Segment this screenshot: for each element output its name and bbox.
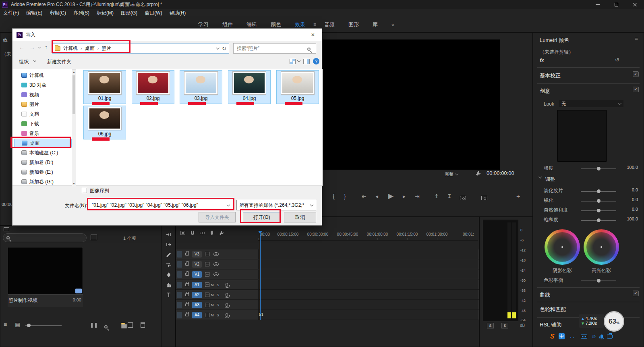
- zoom-level-select[interactable]: 完整: [445, 170, 468, 178]
- mute-button[interactable]: M: [209, 293, 215, 297]
- source-patch-v3[interactable]: [177, 251, 182, 258]
- mic-icon[interactable]: [601, 335, 603, 339]
- scrollbar-thumb[interactable]: [72, 75, 75, 114]
- project-panel-tab-icon[interactable]: [4, 227, 9, 231]
- file-item-04[interactable]: 04.jpg: [228, 70, 271, 104]
- workspace-overflow-icon[interactable]: »: [391, 22, 394, 28]
- refresh-icon[interactable]: ↻: [222, 46, 226, 52]
- sync-lock-icon[interactable]: [205, 252, 209, 256]
- preview-pane-button[interactable]: [303, 59, 310, 64]
- file-item-03[interactable]: 03.jpg: [180, 70, 222, 104]
- mute-button[interactable]: M: [209, 313, 215, 317]
- track-content-v2[interactable]: [258, 260, 478, 269]
- solo-button[interactable]: S: [215, 303, 221, 307]
- menu-item-sequence[interactable]: 序列(S): [73, 10, 89, 17]
- track-lock-icon[interactable]: [185, 273, 189, 276]
- close-button[interactable]: [625, 0, 644, 9]
- track-content-v3[interactable]: [258, 249, 478, 259]
- workspace-tab-graphics[interactable]: 图形: [348, 21, 359, 28]
- file-item-05[interactable]: 05.jpg: [276, 70, 319, 104]
- tint-balance-slider[interactable]: [581, 281, 616, 281]
- recent-locations-icon[interactable]: [38, 45, 41, 48]
- ripple-edit-tool[interactable]: [166, 241, 172, 248]
- delete-button[interactable]: [141, 322, 145, 328]
- section-hsl-secondary[interactable]: HSL 辅助: [540, 321, 561, 328]
- icon-view-toggle[interactable]: [91, 235, 97, 240]
- cancel-button[interactable]: 取消: [284, 212, 316, 222]
- icon-view-button[interactable]: ▦: [15, 321, 20, 328]
- linked-selection-icon[interactable]: [199, 230, 205, 236]
- curves-checkbox[interactable]: ✓: [633, 291, 639, 296]
- program-video-area[interactable]: [323, 39, 500, 170]
- track-content-a4[interactable]: [258, 310, 478, 320]
- toolbox-icon[interactable]: [607, 335, 613, 339]
- track-output-eye-icon[interactable]: [213, 262, 219, 266]
- panel-menu-icon[interactable]: ≡: [635, 36, 638, 42]
- organize-menu[interactable]: 组织: [19, 58, 29, 65]
- track-badge-a1[interactable]: A1: [192, 282, 202, 288]
- chevron-down-icon[interactable]: [538, 175, 542, 179]
- creative-checkbox[interactable]: ✓: [633, 87, 639, 92]
- highlight-tint-wheel[interactable]: [584, 229, 619, 265]
- track-output-eye-icon[interactable]: [213, 252, 219, 256]
- voiceover-mic-icon[interactable]: [226, 283, 228, 287]
- forward-button[interactable]: →: [29, 44, 35, 50]
- solo-button[interactable]: S: [215, 283, 221, 287]
- voiceover-mic-icon[interactable]: [226, 313, 228, 317]
- menu-item-edit[interactable]: 编辑(E): [26, 10, 42, 17]
- solo-button[interactable]: S: [215, 313, 221, 317]
- section-color-wheels-match[interactable]: 色轮和匹配: [540, 306, 566, 313]
- find-button[interactable]: [104, 325, 108, 328]
- effects-panel-tab-fragment[interactable]: 效: [3, 37, 8, 44]
- punctuation-icon[interactable]: ，。: [569, 334, 577, 339]
- workspace-tab-editing[interactable]: 编辑: [246, 21, 257, 28]
- extract-button[interactable]: ↧: [447, 193, 452, 199]
- input-mode-icon[interactable]: 中: [559, 333, 565, 339]
- workspace-tab-color[interactable]: 颜色: [271, 21, 281, 28]
- mark-in-button[interactable]: {: [333, 193, 335, 199]
- source-patch-a2[interactable]: [177, 292, 182, 298]
- intensity-slider[interactable]: [581, 168, 616, 169]
- keyboard-icon[interactable]: [581, 335, 587, 339]
- step-back-button[interactable]: ◂: [375, 193, 378, 199]
- address-dropdown-icon[interactable]: [216, 46, 219, 49]
- sync-lock-icon[interactable]: [205, 293, 209, 297]
- hand-tool[interactable]: [166, 282, 172, 288]
- project-item-tile[interactable]: 照片制作视频 0:00: [8, 247, 83, 307]
- menu-item-markers[interactable]: 标记(M): [97, 10, 114, 17]
- adjust-header[interactable]: 调整: [545, 176, 555, 183]
- sidebar-item-documents[interactable]: 文档: [14, 110, 72, 118]
- voiceover-mic-icon[interactable]: [226, 303, 228, 307]
- sidebar-item-3d-objects[interactable]: 3D 对象: [14, 81, 72, 89]
- new-item-button[interactable]: [128, 322, 133, 328]
- track-lock-icon[interactable]: [185, 303, 189, 306]
- voiceover-mic-icon[interactable]: [226, 293, 228, 297]
- track-output-eye-icon[interactable]: [213, 272, 219, 276]
- timeline-settings-wrench-icon[interactable]: [219, 230, 224, 236]
- sync-lock-icon[interactable]: [205, 313, 209, 317]
- step-forward-button[interactable]: ▸: [403, 193, 406, 199]
- track-badge-a2[interactable]: A2: [192, 292, 202, 298]
- scroll-down-icon[interactable]: ▼: [72, 182, 76, 185]
- workspace-tab-libraries[interactable]: 库: [373, 21, 378, 28]
- saturation-slider[interactable]: [581, 220, 616, 221]
- type-tool[interactable]: [166, 292, 172, 298]
- track-lock-icon[interactable]: [185, 314, 189, 316]
- workspace-menu-icon[interactable]: ≡: [313, 22, 316, 27]
- button-editor-plus[interactable]: +: [516, 193, 520, 200]
- menu-item-file[interactable]: 文件(F): [3, 10, 19, 17]
- pen-tool[interactable]: [166, 272, 172, 278]
- solo-button[interactable]: S: [215, 293, 221, 297]
- solo-right-button[interactable]: S: [501, 323, 508, 328]
- go-to-in-button[interactable]: ⇤: [362, 193, 367, 199]
- track-select-tool[interactable]: [166, 231, 172, 238]
- view-mode-button[interactable]: [290, 59, 296, 64]
- source-patch-a1[interactable]: [177, 282, 182, 288]
- file-item-01[interactable]: 01.jpg: [83, 70, 126, 104]
- menu-item-graphics[interactable]: 图形(G): [121, 10, 137, 17]
- project-search-box[interactable]: [3, 233, 87, 242]
- workspace-tab-assembly[interactable]: 组件: [222, 21, 233, 28]
- track-lock-icon[interactable]: [185, 253, 189, 256]
- nest-sequence-icon[interactable]: [180, 230, 186, 236]
- play-button[interactable]: ▶: [388, 192, 393, 200]
